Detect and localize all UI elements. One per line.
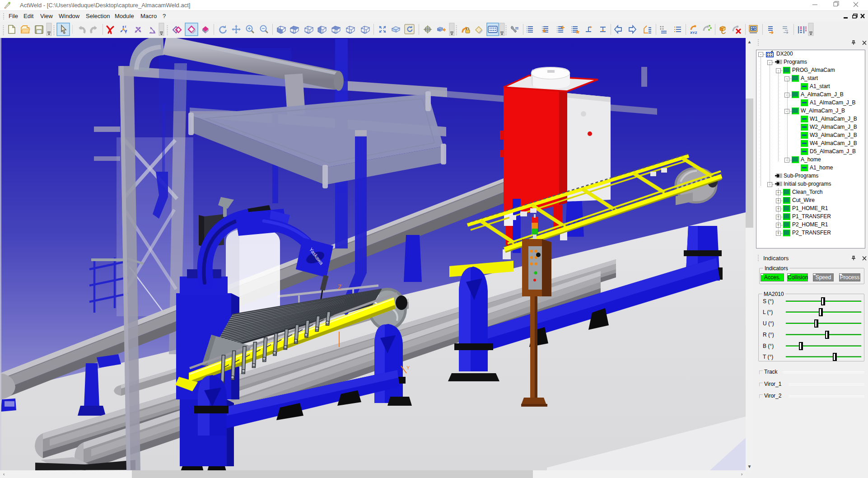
svg-text:XYZ: XYZ <box>690 31 697 35</box>
svg-text:z: z <box>125 25 126 28</box>
svg-text:Z: Z <box>338 283 342 291</box>
svg-text:Y: Y <box>406 365 410 370</box>
svg-text:Y: Y <box>125 31 127 34</box>
